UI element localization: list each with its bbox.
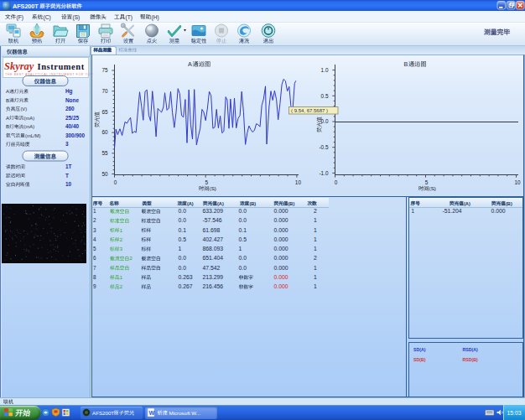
svg-text:70: 70 [101, 88, 108, 94]
svg-text:Skyray: Skyray [4, 60, 34, 72]
svg-text:1: 1 [314, 283, 317, 289]
svg-text:(T): (T) [126, 14, 133, 21]
svg-text:0.000: 0.000 [491, 208, 506, 214]
svg-text:(A): (A) [217, 201, 224, 206]
svg-text:213.299: 213.299 [203, 274, 224, 280]
svg-text:2: 2 [314, 255, 317, 261]
svg-text:AFS200T: AFS200T [13, 3, 39, 10]
svg-text:0.000: 0.000 [274, 255, 288, 261]
svg-text:(B): (B) [506, 201, 512, 206]
svg-text:651.404: 651.404 [203, 255, 224, 261]
svg-text:(F): (F) [17, 14, 23, 21]
svg-text:1: 1 [411, 208, 414, 214]
svg-text:0.263: 0.263 [179, 274, 193, 280]
svg-text:10: 10 [514, 179, 521, 185]
svg-text:0.5: 0.5 [239, 236, 247, 242]
svg-text:-1.0: -1.0 [319, 170, 328, 176]
svg-text:5: 5 [425, 179, 429, 185]
svg-text:0.0: 0.0 [239, 208, 247, 214]
svg-text:Microsoft W...: Microsoft W... [169, 410, 201, 416]
svg-text:15:03: 15:03 [507, 410, 522, 416]
svg-text:4: 4 [93, 236, 96, 242]
svg-text:75: 75 [101, 67, 108, 73]
svg-text:1: 1 [314, 265, 317, 271]
svg-text:B: B [6, 97, 9, 103]
svg-text:0.000: 0.000 [274, 217, 288, 223]
svg-text:W: W [148, 409, 154, 417]
svg-text:Hg: Hg [65, 88, 73, 95]
svg-text:65: 65 [101, 109, 108, 115]
svg-text:60: 60 [101, 129, 108, 135]
svg-text:3: 3 [120, 246, 122, 251]
svg-text:1.0: 1.0 [321, 67, 329, 73]
svg-text:-57.546: -57.546 [203, 217, 222, 223]
svg-text:B: B [404, 60, 408, 68]
svg-text:1: 1 [314, 246, 317, 251]
svg-text:0.0: 0.0 [239, 255, 247, 261]
svg-text:40/40: 40/40 [65, 123, 79, 129]
svg-text:(mA): (mA) [24, 124, 35, 129]
svg-text:(A): (A) [187, 201, 194, 206]
svg-text:0.0: 0.0 [321, 118, 329, 124]
svg-text:(mA): (mA) [24, 116, 35, 121]
svg-text:(V): (V) [20, 106, 27, 111]
svg-text:1: 1 [93, 208, 96, 214]
svg-text:T: T [65, 173, 69, 179]
svg-text:Instrument: Instrument [38, 62, 85, 71]
svg-text:0.1: 0.1 [239, 227, 247, 233]
svg-text:1: 1 [239, 246, 242, 251]
svg-text:3: 3 [65, 141, 69, 147]
svg-text:1: 1 [314, 217, 317, 223]
svg-text:1: 1 [314, 236, 317, 242]
svg-text:3: 3 [93, 227, 96, 233]
svg-text:47.542: 47.542 [203, 265, 221, 271]
svg-text:AFS200T: AFS200T [92, 410, 114, 416]
svg-text:7: 7 [93, 265, 96, 271]
svg-text:10: 10 [65, 181, 72, 187]
svg-text:2: 2 [93, 217, 96, 223]
svg-text:2: 2 [314, 208, 317, 214]
svg-text:(B): (B) [249, 201, 256, 206]
svg-text:25/25: 25/25 [65, 115, 79, 121]
svg-text:SD(B): SD(B) [413, 357, 426, 362]
svg-text:-51.204: -51.204 [443, 208, 462, 214]
svg-text:1: 1 [314, 227, 317, 233]
svg-text:402.427: 402.427 [203, 236, 224, 242]
svg-text:2: 2 [120, 284, 122, 289]
svg-text:0.000: 0.000 [274, 246, 288, 251]
svg-text:(mL/M): (mL/M) [25, 133, 40, 138]
svg-text:9: 9 [93, 283, 96, 289]
svg-text:RSD(A): RSD(A) [463, 347, 478, 352]
svg-text:0.000: 0.000 [274, 283, 288, 289]
svg-text:0.1: 0.1 [179, 227, 187, 233]
svg-text:0.000: 0.000 [274, 227, 288, 233]
svg-text:0.0: 0.0 [179, 255, 187, 261]
svg-text:0.000: 0.000 [274, 274, 288, 280]
svg-text:0: 0 [335, 179, 338, 185]
svg-text:0.000: 0.000 [274, 236, 288, 242]
svg-text:260: 260 [65, 106, 75, 111]
svg-text:10: 10 [295, 179, 302, 185]
svg-text:1: 1 [120, 228, 122, 233]
svg-text:RSD(B): RSD(B) [463, 357, 478, 362]
svg-text:0.000: 0.000 [274, 265, 288, 271]
svg-text:0.0: 0.0 [179, 217, 187, 223]
svg-text:0.5: 0.5 [321, 93, 329, 99]
svg-text:633.209: 633.209 [203, 208, 224, 214]
svg-text:5: 5 [93, 246, 96, 251]
svg-text:(A): (A) [464, 201, 470, 206]
svg-text:0: 0 [114, 179, 117, 185]
svg-text:(S): (S) [210, 185, 216, 191]
svg-text:(S): (S) [429, 185, 436, 191]
svg-text:B: B [6, 123, 9, 129]
svg-text:1T: 1T [65, 163, 72, 169]
svg-text:(H): (H) [152, 14, 159, 21]
svg-text:(B): (B) [288, 201, 295, 206]
svg-text:A: A [6, 115, 10, 121]
svg-text:0.000: 0.000 [274, 208, 288, 214]
svg-text:2: 2 [129, 256, 132, 261]
svg-text:0.0: 0.0 [179, 208, 187, 214]
svg-text:-0.5: -0.5 [319, 144, 328, 150]
svg-text:0.0: 0.0 [239, 217, 247, 223]
svg-text:0.267: 0.267 [179, 283, 193, 289]
